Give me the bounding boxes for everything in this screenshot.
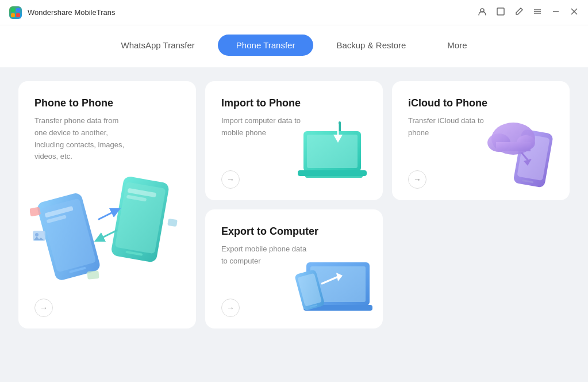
card-import-title: Import to Phone: [221, 97, 367, 109]
svg-rect-23: [167, 219, 178, 227]
tab-more[interactable]: More: [429, 35, 485, 56]
nav-bar: WhatsApp Transfer Phone Transfer Backup …: [0, 25, 588, 67]
import-illus-svg: [298, 120, 378, 194]
svg-rect-31: [307, 135, 358, 168]
svg-rect-1: [16, 8, 20, 12]
card-icloud-arrow[interactable]: →: [408, 170, 426, 189]
tab-backup-restore[interactable]: Backup & Restore: [318, 35, 424, 56]
icloud-illus-svg: [479, 114, 565, 194]
card-phone-to-phone-title: Phone to Phone: [34, 97, 180, 109]
card-import-to-phone[interactable]: Import to Phone Import computer data to …: [205, 81, 383, 200]
svg-rect-2: [11, 13, 15, 17]
svg-point-26: [35, 233, 39, 236]
profile-icon[interactable]: [478, 7, 487, 18]
phone-to-phone-illustration: [30, 173, 179, 300]
titlebar-left: Wondershare MobileTrans: [9, 6, 115, 19]
close-icon[interactable]: [570, 7, 579, 18]
card-import-arrow[interactable]: →: [221, 170, 240, 189]
svg-rect-0: [11, 8, 15, 12]
app-name: Wondershare MobileTrans: [28, 8, 115, 17]
card-icloud-to-phone[interactable]: iCloud to Phone Transfer iCloud data to …: [392, 81, 570, 200]
edit-icon[interactable]: [514, 7, 524, 18]
svg-rect-5: [497, 8, 504, 15]
svg-rect-3: [16, 13, 20, 17]
window-icon[interactable]: [496, 7, 505, 18]
main-content: Phone to Phone Transfer phone data from …: [0, 67, 588, 342]
card-export-to-computer[interactable]: Export to Computer Export mobile phone d…: [205, 209, 383, 328]
export-illus-svg: [292, 242, 378, 323]
tab-whatsapp-transfer[interactable]: WhatsApp Transfer: [102, 35, 213, 56]
titlebar: Wondershare MobileTrans: [0, 0, 588, 25]
card-export-title: Export to Computer: [221, 226, 367, 238]
card-phone-to-phone-arrow[interactable]: →: [34, 299, 53, 317]
svg-rect-40: [496, 142, 531, 151]
card-export-arrow[interactable]: →: [221, 299, 240, 317]
card-phone-to-phone-desc: Transfer phone data from one device to a…: [34, 115, 126, 163]
titlebar-controls: [478, 7, 579, 18]
minimize-icon[interactable]: [551, 7, 560, 18]
card-icloud-title: iCloud to Phone: [408, 97, 554, 109]
tab-phone-transfer[interactable]: Phone Transfer: [218, 35, 314, 56]
card-phone-to-phone[interactable]: Phone to Phone Transfer phone data from …: [18, 81, 196, 328]
menu-icon[interactable]: [533, 7, 542, 18]
app-icon: [9, 6, 22, 19]
svg-rect-32: [298, 170, 367, 176]
svg-rect-24: [87, 270, 99, 280]
